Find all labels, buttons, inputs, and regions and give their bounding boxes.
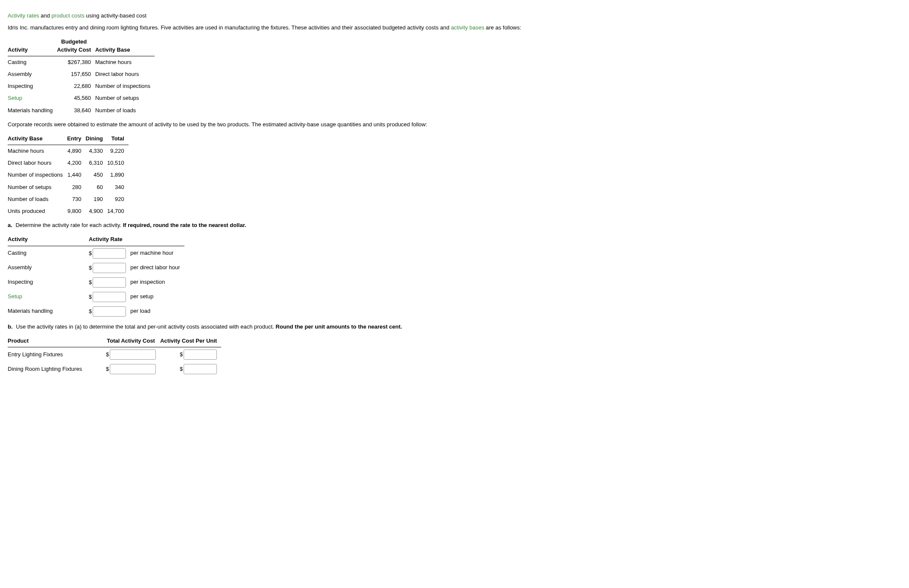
table-row: Number of setups28060340 <box>8 181 129 193</box>
budgeted-activity-table: Activity BudgetedActivity Cost Activity … <box>8 36 155 116</box>
base-cell: Number of loads <box>8 193 67 205</box>
table-row: Number of loads730190920 <box>8 193 129 205</box>
table-row: Machine hours4,8904,3309,220 <box>8 145 129 157</box>
activity-cell: Inspecting <box>8 80 57 92</box>
col-activity: Activity <box>8 233 89 246</box>
table-row: Assembly157,650Direct labor hours <box>8 68 155 80</box>
base-cell: Direct labor hours <box>8 157 67 169</box>
cost-cell: 22,680 <box>57 80 95 92</box>
rate-input[interactable] <box>93 263 126 273</box>
intro-link-activity-bases[interactable]: activity bases <box>451 24 484 31</box>
activity-cell: Setup <box>8 290 89 304</box>
table-row: Number of inspections1,4404501,890 <box>8 169 129 181</box>
per-unit-cost-input[interactable] <box>184 349 217 360</box>
cost-cell: 38,640 <box>57 105 95 116</box>
table-row: Inspecting$per inspection <box>8 275 184 290</box>
dining-cell: 6,310 <box>86 157 107 169</box>
table-row: Entry Lighting Fixtures$$ <box>8 347 221 362</box>
unit-cell: per direct labor hour <box>130 261 184 275</box>
entry-cell: 1,440 <box>67 169 85 181</box>
entry-cell: 280 <box>67 181 85 193</box>
table-row: Casting$267,380Machine hours <box>8 56 155 68</box>
dining-cell: 4,900 <box>86 205 107 217</box>
rate-input[interactable] <box>93 292 126 302</box>
total-cost-cell: $ <box>106 362 160 376</box>
rate-input-cell: $ <box>89 246 130 261</box>
rate-input[interactable] <box>93 277 126 288</box>
activity-cell: Materials handling <box>8 304 89 319</box>
rate-input[interactable] <box>93 306 126 317</box>
dollar-sign: $ <box>89 265 92 271</box>
col-total: Total <box>107 133 129 145</box>
question-a-label: a. <box>8 222 12 228</box>
dining-cell: 60 <box>86 181 107 193</box>
base-cell: Number of inspections <box>95 80 155 92</box>
table-row: Setup45,560Number of setups <box>8 92 155 104</box>
total-cell: 14,700 <box>107 205 129 217</box>
dining-cell: 4,330 <box>86 145 107 157</box>
table-row: Materials handling38,640Number of loads <box>8 105 155 116</box>
entry-cell: 730 <box>67 193 85 205</box>
title-link-1[interactable]: Activity rates <box>8 12 39 19</box>
rate-input-cell: $ <box>89 261 130 275</box>
page-title: Activity rates and product costs using a… <box>8 12 901 20</box>
question-a: a. Determine the activity rate for each … <box>8 221 901 229</box>
entry-cell: 4,200 <box>67 157 85 169</box>
rate-input-cell: $ <box>89 304 130 319</box>
total-cell: 9,220 <box>107 145 129 157</box>
dollar-sign: $ <box>180 366 183 372</box>
activity-cell: Setup <box>8 92 57 104</box>
activity-cell: Assembly <box>8 68 57 80</box>
base-cell: Machine hours <box>95 56 155 68</box>
col-activity-base: Activity Base <box>8 133 67 145</box>
entry-cell: 4,890 <box>67 145 85 157</box>
rate-input[interactable] <box>93 248 126 259</box>
product-cell: Entry Lighting Fixtures <box>8 347 106 362</box>
table-row: Setup$per setup <box>8 290 184 304</box>
entry-cell: 9,800 <box>67 205 85 217</box>
total-cost-input[interactable] <box>110 364 156 374</box>
col-total-activity-cost: Total Activity Cost <box>106 335 160 347</box>
activity-cell: Casting <box>8 246 89 261</box>
dining-cell: 450 <box>86 169 107 181</box>
total-cost-input[interactable] <box>110 349 156 360</box>
dollar-sign: $ <box>89 294 92 300</box>
col-activity-rate: Activity Rate <box>89 233 184 246</box>
activity-cell: Casting <box>8 56 57 68</box>
dollar-sign: $ <box>106 351 109 358</box>
title-link-2[interactable]: product costs <box>52 12 85 19</box>
dollar-sign: $ <box>106 366 109 372</box>
base-cell: Direct labor hours <box>95 68 155 80</box>
base-cell: Number of setups <box>8 181 67 193</box>
per-unit-cost-cell: $ <box>160 347 221 362</box>
total-cell: 10,510 <box>107 157 129 169</box>
table-row: Units produced9,8004,90014,700 <box>8 205 129 217</box>
dollar-sign: $ <box>89 308 92 314</box>
unit-cell: per load <box>130 304 184 319</box>
mid-text: Corporate records were obtained to estim… <box>8 121 901 128</box>
per-unit-cost-cell: $ <box>160 362 221 376</box>
dining-cell: 190 <box>86 193 107 205</box>
base-cell: Machine hours <box>8 145 67 157</box>
activity-cell: Assembly <box>8 261 89 275</box>
col-activity-cost-per-unit: Activity Cost Per Unit <box>160 335 221 347</box>
col-activity: Activity <box>8 36 57 56</box>
rate-input-cell: $ <box>89 290 130 304</box>
product-cell: Dining Room Lighting Fixtures <box>8 362 106 376</box>
table-row: Assembly$per direct labor hour <box>8 261 184 275</box>
col-dining: Dining <box>86 133 107 145</box>
per-unit-cost-input[interactable] <box>184 364 217 374</box>
total-cell: 1,890 <box>107 169 129 181</box>
activity-cell: Materials handling <box>8 105 57 116</box>
table-row: Direct labor hours4,2006,31010,510 <box>8 157 129 169</box>
table-row: Inspecting22,680Number of inspections <box>8 80 155 92</box>
col-product: Product <box>8 335 106 347</box>
activity-base-usage-table: Activity Base Entry Dining Total Machine… <box>8 133 129 217</box>
table-row: Dining Room Lighting Fixtures$$ <box>8 362 221 376</box>
unit-cell: per machine hour <box>130 246 184 261</box>
rate-input-cell: $ <box>89 275 130 290</box>
total-cell: 920 <box>107 193 129 205</box>
question-b-label: b. <box>8 323 13 330</box>
product-cost-table: Product Total Activity Cost Activity Cos… <box>8 335 221 376</box>
cost-cell: $267,380 <box>57 56 95 68</box>
